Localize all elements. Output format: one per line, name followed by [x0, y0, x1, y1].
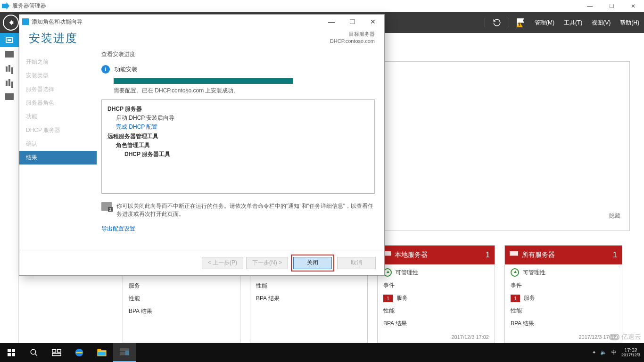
dialog-heading: 安装进度 — [29, 31, 78, 46]
svg-rect-8 — [98, 352, 106, 355]
step-installation-type: 安装类型 — [19, 69, 97, 82]
tile-row-services[interactable]: 1服务 — [383, 294, 489, 302]
target-server-value: DHCP.contoso.com — [330, 38, 375, 45]
rail-local-server[interactable] — [0, 47, 19, 61]
search-button[interactable] — [23, 343, 45, 362]
install-status: i 功能安装 — [101, 65, 375, 74]
help-menu[interactable]: 帮助(H) — [615, 19, 644, 27]
tile-row-performance[interactable]: 性能 — [511, 307, 616, 315]
step-server-selection: 服务器选择 — [19, 82, 97, 96]
tile-row[interactable]: BPA 结果 — [129, 307, 234, 315]
start-button[interactable] — [0, 343, 23, 362]
dialog-titlebar[interactable]: 添加角色和功能向导 ― ☐ ✕ — [19, 15, 384, 29]
taskbar-explorer[interactable] — [91, 343, 113, 362]
next-button: 下一步(N) > — [246, 257, 288, 269]
tile-row-bpa[interactable]: BPA 结果 — [383, 320, 489, 328]
hide-link[interactable]: 隐藏 — [609, 212, 620, 220]
tile-row[interactable]: BPA 结果 — [256, 295, 362, 303]
cancel-button: 取消 — [337, 257, 376, 269]
tile-row[interactable]: 性能 — [256, 282, 362, 290]
separator — [509, 18, 509, 27]
dialog-maximize-button[interactable]: ☐ — [342, 15, 363, 28]
manage-menu[interactable]: 管理(M) — [530, 19, 559, 27]
svg-rect-3 — [58, 349, 61, 352]
install-status-text: 功能安装 — [115, 66, 137, 74]
step-dhcp-server: DHCP 服务器 — [19, 123, 97, 137]
tile-row-performance[interactable]: 性能 — [383, 307, 489, 315]
wizard-icon — [22, 18, 29, 25]
tile-local-server: 本地服务器 1 可管理性 事件 1服务 性能 BPA 结果 2017/12/3 … — [377, 245, 495, 343]
back-button[interactable] — [3, 15, 19, 31]
rail-all-servers[interactable] — [0, 61, 19, 75]
complete-dhcp-config-link[interactable]: 完成 DHCP 配置 — [107, 123, 369, 132]
tile-row-manageability[interactable]: 可管理性 — [383, 268, 489, 277]
note-icon — [101, 202, 112, 211]
info-icon: i — [101, 65, 110, 74]
system-tray[interactable]: ⌖ 🔈 中 17:02 2017/12/3 — [589, 347, 644, 358]
tile-row[interactable]: 服务 — [129, 282, 234, 290]
export-config-link[interactable]: 导出配置设置 — [101, 225, 375, 233]
rail-dashboard[interactable] — [0, 33, 19, 47]
result-dhcp-server: DHCP 服务器 — [107, 105, 369, 114]
server-manager-icon — [2, 2, 9, 10]
step-before-you-begin: 开始之前 — [19, 55, 97, 69]
tile-row-bpa[interactable]: BPA 结果 — [511, 320, 616, 328]
tile-header[interactable]: 所有服务器 1 — [505, 246, 622, 264]
outer-window-title: 服务器管理器 — [12, 2, 46, 10]
step-features: 功能 — [19, 110, 97, 123]
tray-location-icon[interactable]: ⌖ — [593, 349, 595, 355]
rail-file-services[interactable] — [0, 90, 19, 104]
rail-dhcp[interactable] — [0, 75, 19, 90]
tray-ime[interactable]: 中 — [611, 349, 617, 356]
error-badge: 1 — [383, 295, 393, 302]
tile-timestamp: 2017/12/3 17:02 — [378, 331, 495, 343]
close-wizard-note: 你可以关闭此向导而不中断正在运行的任务。请依次单击命令栏中的"通知"和"任务详细… — [101, 202, 375, 218]
tile-row-events[interactable]: 事件 — [383, 281, 489, 289]
dialog-footer: < 上一步(P) 下一步(N) > 关闭 取消 — [19, 250, 384, 275]
svg-rect-11 — [125, 351, 129, 355]
tile-title: 所有服务器 — [522, 251, 555, 259]
tray-volume-icon[interactable]: 🔈 — [600, 349, 607, 355]
refresh-button[interactable] — [488, 18, 506, 27]
taskbar-server-manager[interactable] — [113, 343, 136, 362]
svg-line-1 — [35, 354, 37, 356]
tile-all-servers: 所有服务器 1 可管理性 事件 1服务 性能 BPA 结果 2017/12/3 … — [504, 245, 622, 343]
svg-point-0 — [31, 349, 36, 354]
dialog-minimize-button[interactable]: ― — [321, 15, 342, 28]
result-dhcp-tools: DHCP 服务器工具 — [107, 150, 369, 159]
dialog-close-button[interactable]: ✕ — [363, 15, 383, 28]
tile-header[interactable]: 本地服务器 1 — [378, 246, 495, 264]
outer-minimize-button[interactable]: ― — [579, 0, 601, 12]
result-role-admin-tools: 角色管理工具 — [107, 141, 369, 150]
view-menu[interactable]: 视图(V) — [587, 19, 615, 27]
view-progress-label: 查看安装进度 — [101, 50, 375, 58]
outer-close-button[interactable]: ✕ — [622, 0, 644, 12]
svg-rect-2 — [52, 349, 56, 352]
step-confirmation: 确认 — [19, 137, 97, 151]
outer-maximize-button[interactable]: ☐ — [601, 0, 622, 12]
close-button[interactable]: 关闭 — [293, 257, 332, 269]
watermark: 亿速云 — [609, 333, 641, 341]
svg-rect-4 — [52, 354, 61, 356]
add-roles-wizard-dialog: 添加角色和功能向导 ― ☐ ✕ 安装进度 目标服务器 DHCP.contoso.… — [19, 14, 385, 276]
install-message: 需要配置。已在 DHCP.contoso.com 上安装成功。 — [114, 87, 375, 95]
tile-count: 1 — [486, 251, 490, 259]
nav-rail — [0, 33, 19, 343]
results-box: DHCP 服务器 启动 DHCP 安装后向导 完成 DHCP 配置 远程服务器管… — [101, 99, 375, 194]
tools-menu[interactable]: 工具(T) — [559, 19, 587, 27]
tray-clock[interactable]: 17:02 2017/12/3 — [621, 347, 640, 358]
progress-bar — [114, 78, 293, 84]
dialog-title: 添加角色和功能向导 — [32, 18, 83, 26]
step-server-roles: 服务器角色 — [19, 96, 97, 110]
tile-row[interactable]: 性能 — [129, 295, 234, 303]
tile-row-services[interactable]: 1服务 — [511, 294, 616, 302]
task-view-button[interactable] — [45, 343, 68, 362]
close-button-highlight: 关闭 — [291, 255, 334, 272]
target-server-info: 目标服务器 DHCP.contoso.com — [330, 31, 375, 45]
taskbar: ⌖ 🔈 中 17:02 2017/12/3 — [0, 343, 644, 362]
result-post-install-wizard: 启动 DHCP 安装后向导 — [107, 114, 369, 123]
notifications-button[interactable] — [512, 18, 530, 27]
tile-row-manageability[interactable]: 可管理性 — [511, 268, 616, 277]
taskbar-ie[interactable] — [68, 343, 91, 362]
tile-row-events[interactable]: 事件 — [511, 281, 616, 289]
